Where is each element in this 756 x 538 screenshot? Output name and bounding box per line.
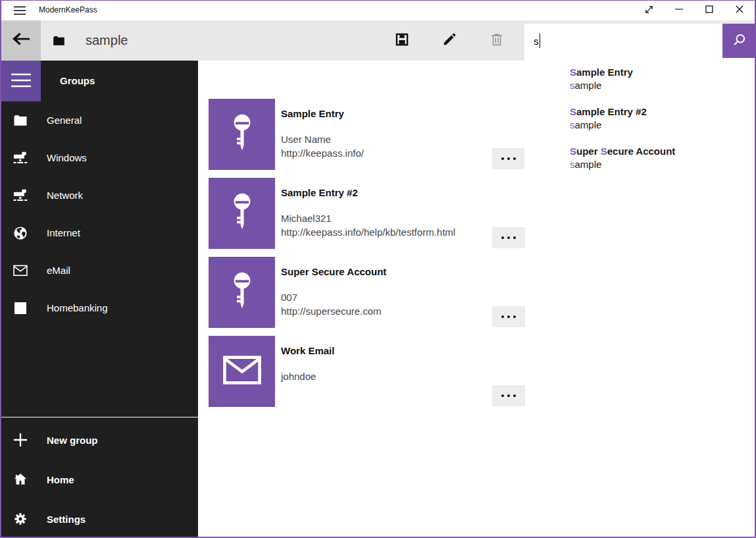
search-query-text: s	[534, 36, 539, 47]
sidebar-item-internet[interactable]: Internet	[0, 214, 198, 252]
folder-icon	[13, 114, 28, 126]
entry-row[interactable]: Work Email johndoe	[198, 336, 540, 407]
entry-row[interactable]: Super Secure Account 007 http://supersec…	[198, 257, 540, 328]
fullscreen-button[interactable]	[634, 0, 664, 20]
sidebar: Groups General Windows Network	[0, 61, 198, 538]
entry-url: http://keepass.info/help/kb/testform.htm…	[281, 227, 455, 238]
minimize-button[interactable]	[664, 0, 694, 20]
search-suggestions: Sample Entry sample Sample Entry #2 samp…	[524, 58, 755, 182]
suggestion-group: sample	[570, 119, 747, 132]
suggestion-item[interactable]: Super Secure Account sample	[570, 145, 747, 176]
hamburger-icon	[11, 73, 31, 90]
current-group-title: sample	[86, 20, 128, 61]
entry-url: http://supersecure.com	[281, 306, 382, 317]
new-group-button[interactable]: New group	[0, 420, 198, 460]
group-list: General Windows Network Internet	[0, 101, 198, 327]
sidebar-item-windows[interactable]: Windows	[0, 139, 198, 176]
window-controls	[634, 0, 755, 20]
entry-tile	[209, 336, 275, 407]
sidebar-divider	[0, 417, 198, 417]
edit-pencil-icon	[442, 32, 457, 49]
entry-url: http://keepass.info/	[281, 148, 364, 159]
entry-username: 007	[281, 292, 297, 303]
search-input[interactable]: s	[524, 24, 722, 58]
search-button[interactable]	[722, 24, 755, 58]
entry-username: Michael321	[281, 213, 332, 224]
ellipsis-icon	[501, 394, 504, 397]
settings-button[interactable]: Settings	[0, 499, 198, 538]
entry-tile	[209, 178, 275, 249]
key-icon	[231, 113, 253, 155]
back-button[interactable]	[1, 20, 41, 61]
entry-title: Sample Entry	[281, 108, 344, 119]
window-border	[0, 0, 1, 538]
entry-username: johndoe	[281, 371, 316, 382]
minimize-icon	[675, 5, 683, 15]
titlebar: ModernKeePass	[0, 0, 756, 20]
more-options-button[interactable]	[492, 385, 525, 406]
text-caret	[540, 34, 541, 48]
nav-toggle-button[interactable]	[1, 61, 41, 101]
hamburger-icon[interactable]	[9, 0, 30, 20]
delete-button[interactable]	[473, 20, 520, 61]
back-arrow-icon	[13, 32, 30, 49]
entry-username: User Name	[281, 134, 331, 145]
plus-icon	[13, 433, 28, 447]
more-options-button[interactable]	[492, 306, 525, 327]
sidebar-item-email[interactable]: eMail	[0, 252, 198, 289]
suggestion-item[interactable]: Sample Entry sample	[570, 66, 747, 97]
suggestion-group: sample	[570, 158, 747, 171]
entry-tile	[209, 257, 275, 328]
maximize-button[interactable]	[694, 0, 724, 20]
ellipsis-icon	[501, 157, 504, 160]
sidebar-actions: New group Home Settings	[0, 420, 198, 538]
window-border	[0, 0, 756, 1]
home-icon	[13, 472, 28, 487]
app-window: ModernKeePass	[0, 0, 756, 538]
key-icon	[231, 192, 253, 234]
entry-title: Sample Entry #2	[281, 187, 358, 198]
maximize-icon	[705, 5, 713, 15]
square-icon	[13, 302, 28, 314]
suggestion-title: Sample Entry	[570, 66, 747, 79]
home-button[interactable]: Home	[0, 460, 198, 499]
sidebar-item-network[interactable]: Network	[0, 176, 198, 214]
ellipsis-icon	[501, 236, 504, 239]
more-options-button[interactable]	[492, 227, 525, 248]
fullscreen-icon	[645, 5, 653, 16]
mail-icon	[223, 356, 261, 387]
edit-button[interactable]	[426, 20, 473, 61]
groups-heading: Groups	[60, 61, 95, 101]
network-computer-icon	[13, 188, 28, 202]
trash-icon	[490, 32, 504, 49]
close-icon	[736, 5, 743, 15]
search-icon	[732, 33, 746, 49]
key-icon	[231, 271, 253, 313]
entry-title: Super Secure Account	[281, 266, 386, 277]
mail-icon	[13, 265, 28, 277]
suggestion-title: Sample Entry #2	[570, 105, 747, 119]
appbar-actions	[378, 20, 520, 61]
entry-row[interactable]: Sample Entry User Name http://keepass.in…	[198, 99, 540, 170]
save-icon	[395, 32, 409, 49]
app-title: ModernKeePass	[39, 0, 97, 20]
folder-icon	[53, 20, 65, 61]
close-button[interactable]	[724, 0, 755, 20]
globe-icon	[13, 226, 28, 240]
entry-tile	[209, 99, 275, 170]
sidebar-item-homebanking[interactable]: Homebanking	[0, 289, 198, 327]
ellipsis-icon	[501, 315, 504, 318]
save-button[interactable]	[378, 20, 426, 61]
network-computer-icon	[13, 151, 28, 165]
entry-row[interactable]: Sample Entry #2 Michael321 http://keepas…	[198, 178, 540, 249]
suggestion-title: Super Secure Account	[570, 145, 747, 158]
sidebar-item-general[interactable]: General	[0, 101, 198, 139]
gear-icon	[13, 512, 28, 526]
more-options-button[interactable]	[492, 148, 525, 169]
entry-title: Work Email	[281, 345, 334, 356]
suggestion-item[interactable]: Sample Entry #2 sample	[570, 105, 747, 137]
suggestion-group: sample	[570, 79, 747, 92]
